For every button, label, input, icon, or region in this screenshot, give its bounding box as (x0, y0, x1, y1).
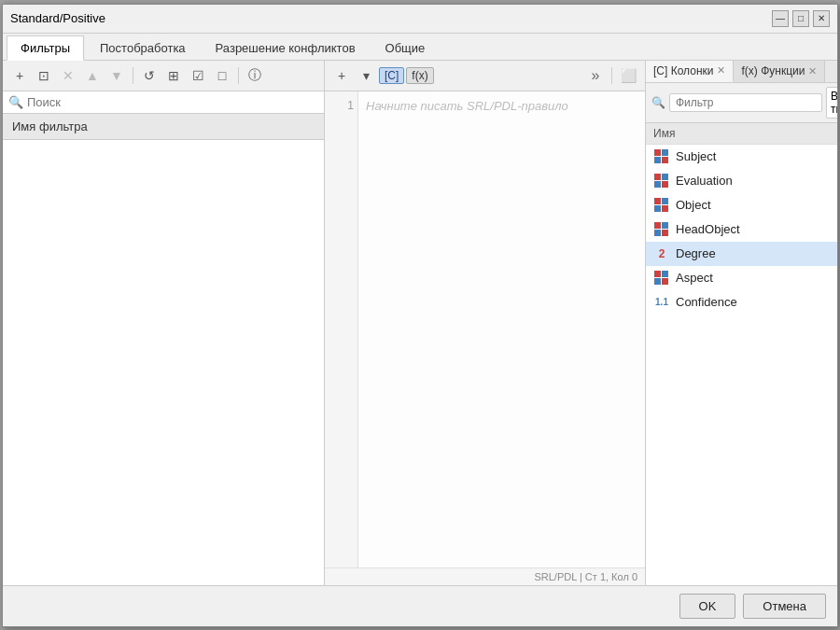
filter-list-header: Имя фильтра (3, 114, 324, 140)
tab-filters[interactable]: Фильтры (7, 35, 84, 61)
right-panel: [С] Колонки ✕ f(x) Функции ✕ 🔍 Все типы … (646, 61, 837, 585)
expand-editor-button[interactable]: ⬜ (617, 64, 639, 87)
toolbar-separator-2 (238, 67, 239, 84)
more-button[interactable]: » (584, 64, 607, 87)
column-name-headobject: HeadObject (676, 222, 740, 236)
info-button[interactable]: ⓘ (244, 64, 266, 87)
column-item-subject[interactable]: Subject (646, 145, 837, 169)
rect-button[interactable]: □ (211, 64, 233, 87)
func-button[interactable]: f(x) (406, 67, 433, 84)
right-filter-row: 🔍 Все типы ▾ (646, 83, 837, 123)
column-name-aspect: Aspect (676, 271, 713, 285)
tab-functions-close[interactable]: ✕ (808, 65, 817, 77)
right-filter-input[interactable] (669, 93, 822, 112)
toolbar-separator-1 (133, 67, 133, 84)
search-input[interactable] (27, 95, 318, 109)
content-area: + ⊡ ✕ ▲ ▼ ↺ ⊞ ☑ □ ⓘ 🔍 Имя фильтра (3, 61, 837, 585)
column-item-headobject[interactable]: HeadObject (646, 217, 837, 242)
main-window: Standard/Positive — □ ✕ Фильтры Постобра… (2, 4, 838, 627)
line-number-1: 1 (329, 99, 354, 112)
aspect-icon (653, 270, 670, 287)
tab-bar: Фильтры Постобработка Разрешение конфлик… (3, 34, 837, 61)
maximize-button[interactable]: □ (792, 10, 809, 27)
type-dropdown-label: Все типы (831, 90, 837, 116)
object-icon (653, 197, 670, 214)
editor-add-button[interactable]: + (330, 64, 353, 87)
paste-button[interactable]: ⊞ (162, 64, 185, 87)
ok-button[interactable]: OK (679, 594, 736, 619)
move-up-button[interactable]: ▲ (81, 64, 104, 87)
degree-icon: 2 (653, 245, 670, 262)
subject-icon (653, 148, 670, 165)
search-icon: 🔍 (8, 95, 23, 109)
move-down-button[interactable]: ▼ (105, 64, 128, 87)
check-button[interactable]: ☑ (187, 64, 209, 87)
editor-panel: + ▾ [С] f(x) » ⬜ 1 Начните писать SRL/PD… (325, 61, 646, 585)
tab-columns-label: [С] Колонки (653, 64, 713, 77)
tag-c-button[interactable]: [С] (379, 67, 404, 84)
line-numbers: 1 (325, 91, 358, 567)
column-item-aspect[interactable]: Aspect (646, 266, 837, 290)
column-name-confidence: Confidence (676, 295, 737, 309)
title-buttons: — □ ✕ (772, 10, 830, 27)
column-name-object: Object (676, 198, 711, 212)
column-item-degree[interactable]: 2 Degree (646, 242, 837, 266)
filter-toolbar: + ⊡ ✕ ▲ ▼ ↺ ⊞ ☑ □ ⓘ (3, 61, 324, 91)
right-tab-bar: [С] Колонки ✕ f(x) Функции ✕ (646, 61, 837, 83)
minimize-button[interactable]: — (772, 10, 789, 27)
editor-sep (611, 67, 612, 84)
editor-footer: SRL/PDL | Ст 1, Кол 0 (325, 567, 645, 585)
editor-down-arrow-button[interactable]: ▾ (355, 64, 377, 87)
right-search-icon: 🔍 (651, 96, 665, 109)
filter-list: Имя фильтра (3, 114, 324, 585)
column-name-degree: Degree (676, 246, 716, 260)
columns-list: Subject Evaluation Object (646, 145, 837, 585)
bottom-bar: OK Отмена (3, 585, 837, 626)
tab-conflict-resolution[interactable]: Разрешение конфликтов (202, 35, 370, 60)
window-title: Standard/Positive (10, 11, 105, 25)
left-panel: + ⊡ ✕ ▲ ▼ ↺ ⊞ ☑ □ ⓘ 🔍 Имя фильтра (3, 61, 325, 585)
delete-filter-button[interactable]: ✕ (57, 64, 79, 87)
column-item-confidence[interactable]: 1.1 Confidence (646, 290, 837, 315)
column-item-evaluation[interactable]: Evaluation (646, 169, 837, 193)
title-bar: Standard/Positive — □ ✕ (3, 5, 837, 34)
column-item-object[interactable]: Object (646, 193, 837, 217)
tab-functions[interactable]: f(x) Функции ✕ (734, 61, 825, 82)
tab-functions-label: f(x) Функции (741, 64, 805, 77)
type-dropdown[interactable]: Все типы ▾ (826, 87, 837, 119)
add-filter-button[interactable]: + (8, 64, 31, 87)
editor-toolbar: + ▾ [С] f(x) » ⬜ (325, 61, 645, 91)
column-name-evaluation: Evaluation (676, 174, 733, 188)
headobject-icon (653, 221, 670, 238)
cancel-button[interactable]: Отмена (743, 594, 826, 619)
editor-area[interactable]: 1 Начните писать SRL/PDL-правило (325, 91, 645, 567)
copy-filter-button[interactable]: ⊡ (33, 64, 55, 87)
confidence-icon: 1.1 (653, 294, 670, 311)
editor-placeholder[interactable]: Начните писать SRL/PDL-правило (358, 91, 645, 567)
tab-general[interactable]: Общие (371, 35, 440, 60)
editor-toolbar-group: + ▾ (330, 64, 377, 87)
filter-search-box: 🔍 (3, 91, 324, 114)
tab-postprocessing[interactable]: Постобработка (86, 35, 200, 60)
tab-columns-close[interactable]: ✕ (717, 64, 725, 77)
refresh-button[interactable]: ↺ (138, 64, 161, 87)
column-name-subject: Subject (676, 149, 716, 163)
close-button[interactable]: ✕ (813, 10, 830, 27)
columns-header: Имя (646, 123, 837, 145)
tab-columns[interactable]: [С] Колонки ✕ (646, 61, 734, 82)
evaluation-icon (653, 173, 670, 189)
